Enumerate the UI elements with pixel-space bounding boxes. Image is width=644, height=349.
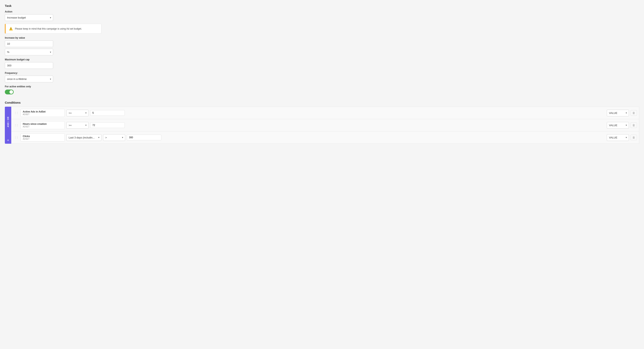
page-container: Task Action Increase budget Decrease bud…: [0, 0, 644, 349]
condition-op-wrapper-1: >= <= > < =: [66, 110, 88, 116]
conditions-rows: Active Ads in AdSet ADSET >= <= > < =: [11, 107, 639, 144]
condition-op-wrapper-3: > >= <= < =: [103, 134, 125, 141]
conditions-title: Conditions: [5, 101, 639, 104]
condition-value-input-3[interactable]: [127, 135, 162, 140]
condition-field-sub-2: ADSET: [23, 126, 62, 128]
task-section: Task Action Increase budget Decrease bud…: [5, 4, 639, 94]
condition-value-input-2[interactable]: [90, 122, 125, 128]
condition-op-select-1[interactable]: >= <= > < =: [66, 110, 88, 116]
condition-type-wrapper-1: VALUE: [607, 110, 629, 116]
delete-condition-button-1[interactable]: 🗑: [630, 110, 637, 116]
warning-box: ⚠️ Please keep in mind that this campaig…: [5, 24, 102, 34]
condition-op-wrapper-2: >= <= > < =: [66, 122, 88, 128]
active-entities-toggle[interactable]: [5, 90, 14, 94]
and-or-text: AND / OR: [7, 116, 9, 127]
percent-select[interactable]: % Fixed amount: [5, 49, 53, 55]
condition-type-select-2[interactable]: VALUE: [607, 122, 629, 128]
task-title: Task: [5, 4, 639, 8]
condition-op-select-2[interactable]: >= <= > < =: [66, 122, 88, 128]
condition-timerange-select-3[interactable]: Last 3 days (includin... Last 7 days Las…: [66, 134, 102, 141]
warning-icon: ⚠️: [9, 27, 13, 30]
warning-text: Please keep in mind that this campaign i…: [15, 27, 82, 30]
and-or-column: AND / OR +: [5, 107, 11, 144]
condition-field-name-3: Clicks: [23, 135, 62, 138]
condition-type-select-1[interactable]: VALUE: [607, 110, 629, 116]
delete-condition-button-3[interactable]: 🗑: [630, 135, 637, 140]
action-select[interactable]: Increase budget Decrease budget Pause En…: [5, 14, 53, 21]
condition-field-1: Active Ads in AdSet ADSET: [20, 109, 65, 117]
condition-field-3: Clicks ADSET: [20, 134, 65, 142]
and-or-bar: AND / OR: [5, 107, 11, 137]
percent-select-wrapper: % Fixed amount: [5, 49, 53, 55]
drag-handle-icon[interactable]: [13, 136, 19, 139]
toggle-slider: [5, 90, 14, 94]
active-entities-label: For active entities only: [5, 85, 639, 88]
condition-type-select-3[interactable]: VALUE: [607, 134, 629, 141]
max-budget-input[interactable]: [5, 62, 53, 69]
condition-field-2: Hours since creation ADSET: [20, 121, 65, 129]
condition-field-name-2: Hours since creation: [23, 122, 62, 126]
condition-type-wrapper-2: VALUE: [607, 122, 629, 128]
condition-type-wrapper-3: VALUE: [607, 134, 629, 141]
drag-handle-icon[interactable]: [13, 112, 19, 114]
condition-op-select-3[interactable]: > >= <= < =: [103, 134, 125, 141]
add-condition-button[interactable]: +: [5, 137, 11, 144]
condition-timerange-wrapper-3: Last 3 days (includin... Last 7 days Las…: [66, 134, 102, 141]
table-row: Active Ads in AdSet ADSET >= <= > < =: [11, 107, 639, 119]
max-budget-label: Maximum budget cap: [5, 58, 639, 61]
table-row: Clicks ADSET Last 3 days (includin... La…: [11, 132, 639, 144]
increase-by-label: Increase by value: [5, 36, 639, 39]
table-row: Hours since creation ADSET >= <= > < =: [11, 119, 639, 132]
condition-value-input-1[interactable]: [90, 110, 125, 116]
increase-by-input[interactable]: [5, 40, 53, 47]
active-entities-section: For active entities only: [5, 85, 639, 94]
frequency-select-wrapper: once in a lifetime every day every week: [5, 76, 53, 82]
delete-condition-button-2[interactable]: 🗑: [630, 122, 637, 128]
frequency-select[interactable]: once in a lifetime every day every week: [5, 76, 53, 82]
drag-handle-icon[interactable]: [13, 124, 19, 126]
condition-field-sub-1: ADSET: [23, 113, 62, 116]
action-select-wrapper: Increase budget Decrease budget Pause En…: [5, 14, 53, 21]
action-label: Action: [5, 10, 639, 13]
frequency-label: Frequency:: [5, 72, 639, 74]
conditions-section: Conditions AND / OR + Active Ads in AdSe…: [5, 101, 639, 144]
condition-field-name-1: Active Ads in AdSet: [23, 110, 62, 113]
conditions-container: AND / OR + Active Ads in AdSet ADSET >=: [5, 107, 639, 144]
condition-field-sub-3: ADSET: [23, 138, 62, 140]
